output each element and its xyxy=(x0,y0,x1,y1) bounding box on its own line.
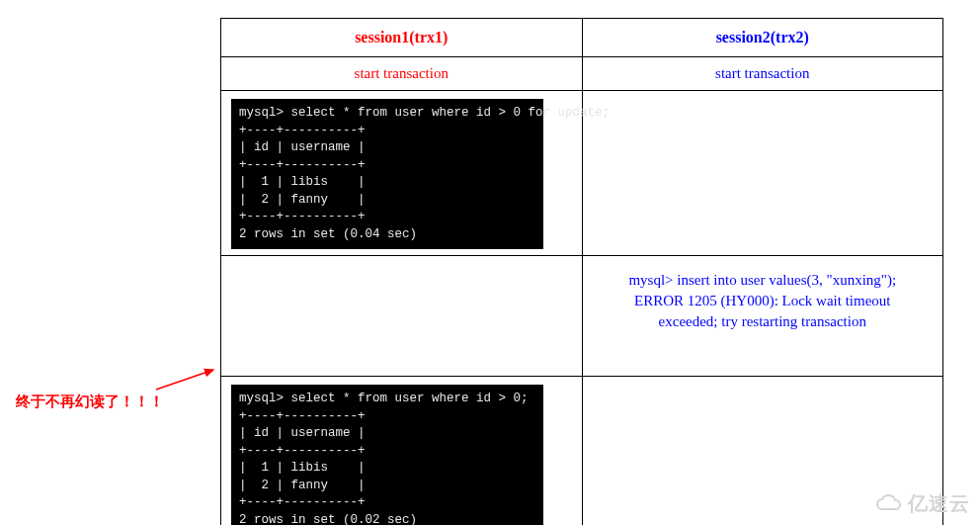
cell-s1-start: start transaction xyxy=(221,57,583,91)
cell-s1-query2: mysql> select * from user where id > 0; … xyxy=(221,377,583,526)
annotation-text: 终于不再幻读了！！！ xyxy=(16,393,164,411)
terminal-output-1: mysql> select * from user where id > 0 f… xyxy=(231,99,543,249)
err-line2: ERROR 1205 (HY000): Lock wait timeout xyxy=(634,293,891,308)
cell-s2-start: start transaction xyxy=(582,57,943,91)
sessions-table: session1(trx1) session2(trx2) start tran… xyxy=(220,18,943,525)
cell-s1-query1: mysql> select * from user where id > 0 f… xyxy=(221,91,583,256)
cell-s2-error: mysql> insert into user values(3, "xunxi… xyxy=(582,256,943,377)
err-line1: mysql> insert into user values(3, "xunxi… xyxy=(628,272,896,288)
watermark: 亿速云 xyxy=(874,490,970,517)
header-session2: session2(trx2) xyxy=(582,19,943,57)
err-line3: exceeded; try restarting transaction xyxy=(659,313,866,329)
svg-line-0 xyxy=(156,370,213,390)
cell-s1-empty1 xyxy=(221,256,583,377)
cell-s2-empty1 xyxy=(582,91,943,256)
arrow-icon xyxy=(152,366,219,394)
watermark-text: 亿速云 xyxy=(908,490,970,517)
watermark-cloud-icon xyxy=(874,494,904,514)
terminal-output-2: mysql> select * from user where id > 0; … xyxy=(231,385,543,525)
header-session1: session1(trx1) xyxy=(221,19,583,57)
